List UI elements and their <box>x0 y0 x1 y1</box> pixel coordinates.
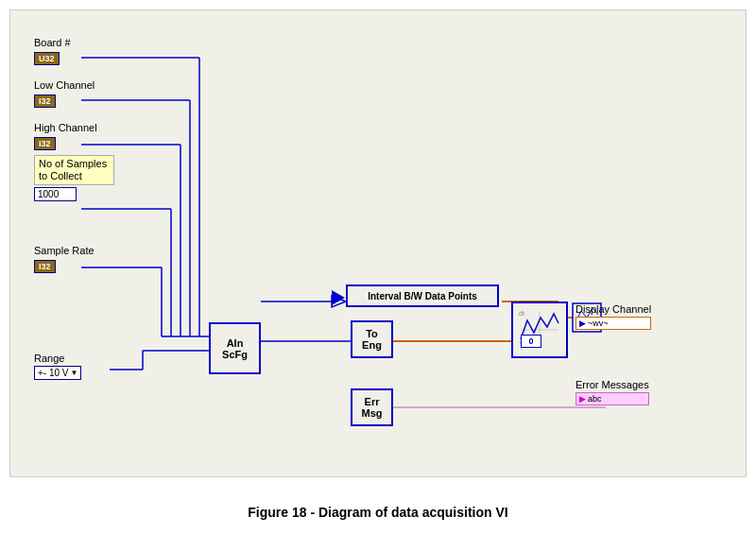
error-messages-label: Error Messages <box>576 379 649 390</box>
waveform-block: dt Y <box>511 301 568 358</box>
figure-caption: Figure 18 - Diagram of data acquisition … <box>0 505 756 520</box>
diagram-area: Board # U32 Low Channel I32 High Channel… <box>9 9 747 477</box>
error-messages-value: abc <box>588 394 602 404</box>
high-channel-badge: I32 <box>39 139 51 148</box>
display-channel-block: Display Channel ▶ ~wv~ <box>576 303 651 330</box>
display-channel-label: Display Channel <box>576 303 651 315</box>
samples-label: No of Samples <box>39 158 110 170</box>
err-msg-label: ErrMsg <box>362 396 383 419</box>
interval-bw-block: Interval B/W Data Points <box>346 284 499 307</box>
range-value: +- 10 V <box>38 368 69 378</box>
display-channel-icon: ▶ <box>579 319 586 328</box>
error-messages-badge: ▶ abc <box>576 392 649 405</box>
display-channel-value: ~wv~ <box>588 319 609 328</box>
caption-text: Figure 18 - Diagram of data acquisition … <box>248 505 507 520</box>
board-num-block: Board # U32 <box>34 37 71 65</box>
range-value-box[interactable]: +- 10 V ▼ <box>34 366 81 380</box>
zero-value: 0 <box>528 336 533 346</box>
board-num-label: Board # <box>34 37 71 48</box>
sample-rate-badge: I32 <box>39 262 51 271</box>
samples-label2: to Collect <box>39 170 110 182</box>
low-channel-badge: I32 <box>39 96 51 106</box>
zero-indicator: 0 <box>521 335 541 348</box>
err-msg-block: ErrMsg <box>351 388 393 426</box>
interval-arrow-icon <box>332 290 345 305</box>
main-container: Board # U32 Low Channel I32 High Channel… <box>0 0 756 534</box>
range-dropdown-icon[interactable]: ▼ <box>71 369 78 377</box>
error-messages-block: Error Messages ▶ abc <box>576 379 649 405</box>
board-num-badge: U32 <box>39 54 55 63</box>
range-label: Range <box>34 353 81 364</box>
interval-bw-label: Interval B/W Data Points <box>368 291 477 301</box>
sample-rate-label: Sample Rate <box>34 245 94 256</box>
samples-value[interactable]: 1000 <box>34 187 77 201</box>
to-eng-label: ToEng <box>362 328 382 351</box>
high-channel-label: High Channel <box>34 122 97 133</box>
ain-scfg-block: AInScFg <box>209 322 261 374</box>
low-channel-block: Low Channel I32 <box>34 79 94 108</box>
svg-text:dt: dt <box>519 310 524 317</box>
range-block: Range +- 10 V ▼ <box>34 353 81 380</box>
ain-scfg-label: AInScFg <box>222 337 248 360</box>
error-messages-icon: ▶ <box>579 394 586 404</box>
low-channel-label: Low Channel <box>34 79 94 91</box>
samples-block: No of Samples to Collect 1000 <box>34 155 114 201</box>
to-eng-block: ToEng <box>351 320 393 358</box>
display-channel-badge: ▶ ~wv~ <box>576 317 651 330</box>
sample-rate-block: Sample Rate I32 <box>34 245 94 273</box>
high-channel-block: High Channel I32 <box>34 122 97 150</box>
